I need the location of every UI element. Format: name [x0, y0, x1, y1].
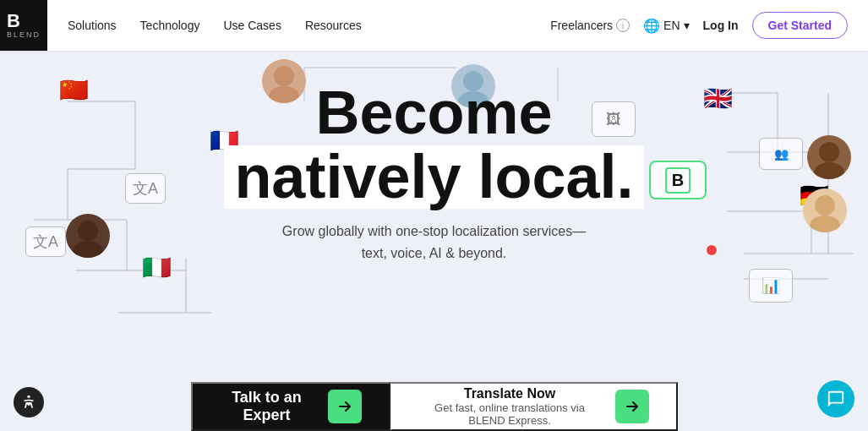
hero-subtitle: Grow globally with one-stop localization… [282, 221, 586, 264]
chat-button[interactable] [817, 380, 854, 417]
nav-links: Solutions Technology Use Cases Resources [68, 19, 550, 32]
group-icon: 👥 [759, 138, 803, 170]
login-button[interactable]: Log In [703, 19, 739, 32]
svg-point-26 [815, 195, 835, 216]
nav-use-cases[interactable]: Use Cases [223, 19, 281, 32]
hero-title-line1: Become [315, 81, 552, 145]
nav-freelancers: Freelancers i [550, 19, 630, 32]
avatar-3 [66, 214, 110, 258]
svg-point-30 [27, 396, 30, 398]
italian-flag: 🇮🇹 [142, 254, 172, 281]
expert-arrow-icon [328, 390, 362, 423]
language-selector[interactable]: 🌐 EN ▾ [643, 18, 689, 34]
hero-section: 🇨🇳 🇫🇷 🇮🇹 🇬🇧 🇩🇪 文A 文A 🖼 👥 📊 [0, 51, 868, 431]
avatar-5 [807, 135, 851, 179]
translate-icon-1: 文A [125, 173, 166, 204]
translate-now-button[interactable]: Translate Now Get fast, online translati… [390, 382, 678, 431]
nav-solutions[interactable]: Solutions [68, 19, 117, 32]
avatar-4 [803, 188, 847, 232]
accessibility-button[interactable] [14, 387, 44, 417]
translate-icon-2: 文A [25, 226, 66, 257]
hero-buttons: Talk to an Expert Translate Now Get fast… [0, 382, 868, 431]
nav-technology[interactable]: Technology [140, 19, 200, 32]
hero-title-line2: natively local. [224, 145, 643, 210]
japan-flag-dot [707, 245, 717, 255]
nav-resources[interactable]: Resources [305, 19, 362, 32]
logo-letter: B [7, 12, 41, 30]
get-started-button[interactable]: Get Started [752, 12, 848, 39]
logo[interactable]: B BLEND [0, 0, 47, 51]
translate-text: Translate Now Get fast, online translati… [418, 386, 602, 427]
chevron-down-icon: ▾ [684, 19, 690, 32]
hero-content: Become natively local. Grow globally wit… [224, 81, 643, 264]
blend-logo-float: B [649, 161, 707, 199]
globe-icon: 🌐 [643, 18, 660, 34]
navbar: B BLEND Solutions Technology Use Cases R… [0, 0, 868, 51]
svg-point-28 [819, 142, 839, 162]
logo-sub: BLEND [7, 30, 41, 39]
uk-flag: 🇬🇧 [703, 85, 733, 112]
chinese-flag: 🇨🇳 [59, 76, 89, 104]
presentation-icon: 📊 [749, 269, 793, 303]
talk-to-expert-button[interactable]: Talk to an Expert [191, 382, 390, 431]
nav-right: Freelancers i 🌐 EN ▾ Log In Get Started [550, 12, 848, 39]
info-icon[interactable]: i [616, 19, 630, 32]
translate-arrow-icon [615, 390, 649, 423]
svg-point-24 [78, 221, 98, 241]
